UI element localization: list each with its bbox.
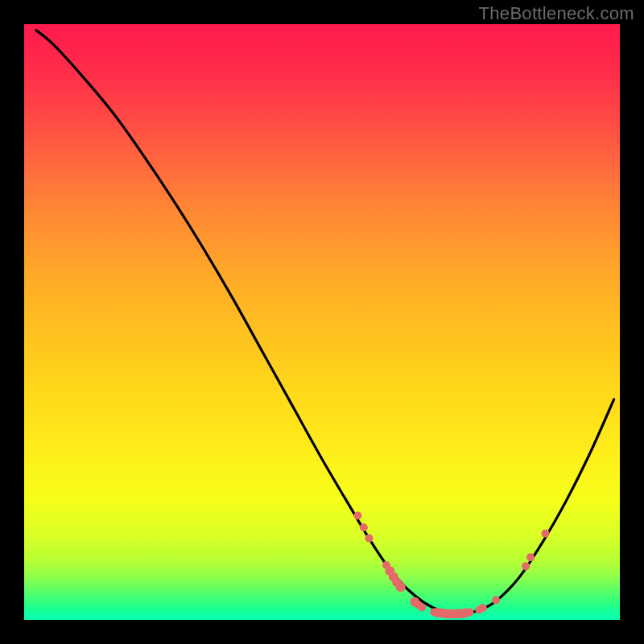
highlight-dot (360, 523, 368, 531)
highlight-dot (353, 512, 361, 520)
watermark-text: TheBottleneck.com (479, 3, 634, 24)
highlight-dot (492, 597, 500, 605)
highlight-dot (479, 604, 487, 612)
highlight-dot (396, 582, 406, 592)
chart-frame: TheBottleneck.com (0, 0, 644, 644)
highlight-dots-group (353, 512, 549, 619)
plot-area (24, 24, 620, 620)
highlight-dot (526, 553, 535, 561)
highlight-dot (466, 608, 474, 616)
highlight-dot (522, 562, 530, 570)
bottleneck-curve (36, 30, 614, 613)
highlight-dot (418, 603, 426, 611)
highlight-dot (365, 535, 373, 543)
highlight-dot (542, 530, 550, 538)
chart-svg (24, 24, 620, 620)
